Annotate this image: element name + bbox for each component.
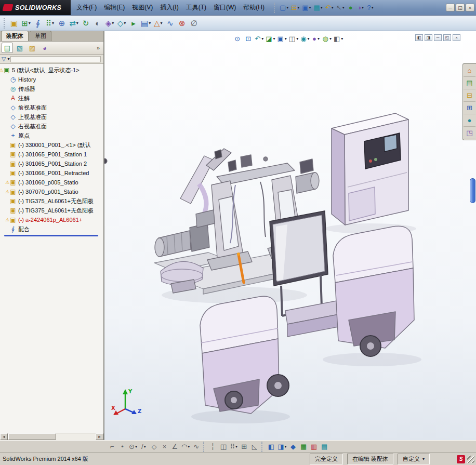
- mirror-entities-button[interactable]: ◫▾: [218, 442, 228, 452]
- help-button[interactable]: ?▾: [366, 3, 375, 13]
- doc-close-button[interactable]: ×: [453, 34, 460, 41]
- spline-button[interactable]: ∿▾: [191, 442, 201, 452]
- zoom-fit-button[interactable]: ⊙▾: [232, 34, 242, 44]
- rebuild-button[interactable]: ●▾: [346, 3, 355, 13]
- tree-component-301066[interactable]: ▣⚠ (-) 301066_P001_Retracted: [1, 168, 103, 178]
- exploded-view-button[interactable]: △▾: [152, 17, 164, 30]
- assembly-3d-view[interactable]: [104, 31, 476, 440]
- propertymanager-tab[interactable]: ▧: [14, 43, 25, 53]
- select-button[interactable]: ↖▾: [335, 3, 346, 13]
- line-button[interactable]: /▾: [139, 442, 149, 452]
- assembly-features-button[interactable]: ◈▾: [104, 17, 115, 30]
- smart-fasteners-button[interactable]: ⊕▾: [56, 17, 68, 30]
- section-view-button[interactable]: ◪▾: [265, 34, 275, 44]
- restore-button[interactable]: ◱: [456, 4, 465, 11]
- tree-front-plane[interactable]: ◇⚠ 前视基准面: [1, 103, 103, 112]
- overflow-chevron-icon[interactable]: »: [95, 45, 102, 51]
- appearances-tab[interactable]: ●: [464, 114, 475, 127]
- resize-grip[interactable]: [467, 456, 474, 463]
- configurationmanager-tab[interactable]: ▨: [27, 43, 38, 53]
- custom-properties-tab[interactable]: ◳: [464, 127, 475, 139]
- reference-geometry-button[interactable]: ◇▾: [116, 17, 127, 30]
- new-motion-study-button[interactable]: ▸▾: [128, 17, 139, 30]
- polygon-button[interactable]: ◇▾: [149, 442, 159, 452]
- scrollbar-thumb[interactable]: [8, 433, 56, 440]
- iso-view-button[interactable]: ◆▾: [288, 442, 298, 452]
- viewport-scrollb​ar-thumb[interactable]: [470, 178, 475, 203]
- tree-origin[interactable]: +⚠ 原点: [1, 131, 103, 140]
- tree-right-plane[interactable]: ◇⚠ 右视基准面: [1, 122, 103, 131]
- previous-view-button[interactable]: ↶▾: [254, 34, 264, 44]
- menu-file[interactable]: 文件(F): [73, 0, 100, 15]
- tree-component-tig375-1[interactable]: ▣⚠ (-) TIG375_AL6061+无色阳极: [1, 196, 103, 206]
- insert-component-button[interactable]: ⊞▾: [20, 17, 32, 30]
- menu-tools[interactable]: 工具(T): [182, 0, 210, 15]
- tree-sensors[interactable]: ◎⚠ 传感器: [1, 84, 103, 94]
- print-button[interactable]: ▤▾: [313, 3, 324, 13]
- shaded-with-edges-button[interactable]: ◧▾: [266, 442, 276, 452]
- display-style-button[interactable]: ◫▾: [288, 34, 299, 44]
- hide-show-items-button[interactable]: ◉▾: [300, 34, 310, 44]
- edit-appearance-button[interactable]: ●▾: [311, 34, 321, 44]
- measure-button[interactable]: ∅▾: [188, 17, 200, 30]
- machine-control-cabinet[interactable]: [332, 113, 408, 225]
- grid-snap-button[interactable]: ⊞▾: [239, 442, 249, 452]
- tree-component-301065-2[interactable]: ▣⚠ (-) 301065_P001_Station 2: [1, 159, 103, 168]
- tree-component-307070[interactable]: ▣⚠ (-) 307070_p001_Statio: [1, 187, 103, 196]
- tree-annotations[interactable]: A⚠ 注解: [1, 94, 103, 103]
- doc-pane-left-button[interactable]: ◧: [415, 34, 423, 41]
- design-library-tab[interactable]: ▤: [464, 77, 475, 89]
- exploded-toggle-button[interactable]: ▦▾: [299, 442, 309, 452]
- solidworks-resources-tab[interactable]: ⌂: [464, 64, 475, 77]
- scrollbar-track[interactable]: [8, 433, 96, 440]
- move-component-button[interactable]: ⇄▾: [68, 17, 80, 30]
- chevron-down-icon[interactable]: ▾: [7, 57, 9, 61]
- menu-insert[interactable]: 插入(I): [156, 0, 182, 15]
- tree-mates[interactable]: ∮⚠ 配合: [1, 224, 103, 234]
- tree-component-330001[interactable]: ▣⚠ (-) 330001_P001_.<1> (默认: [1, 140, 103, 150]
- edit-component-button[interactable]: ▣▾: [8, 17, 20, 30]
- new-document-button[interactable]: ▢▾: [279, 3, 289, 13]
- trim-entities-button[interactable]: ×▾: [160, 442, 169, 452]
- save-button[interactable]: ▣▾: [301, 3, 312, 13]
- open-button[interactable]: ⊟▾: [290, 3, 300, 13]
- angle-dimension-button[interactable]: ∠▾: [170, 442, 180, 452]
- show-hidden-components-button[interactable]: ◐▾: [92, 17, 103, 30]
- bill-of-materials-button[interactable]: ▤▾: [140, 17, 152, 30]
- make-path-button[interactable]: ◺▾: [249, 442, 259, 452]
- zoom-area-button[interactable]: ⊡▾: [243, 34, 253, 44]
- machine-cart-bottom[interactable]: [200, 296, 289, 414]
- tree-component-301060[interactable]: ▣⚠ (-) 301060_p005_Statio: [1, 178, 103, 187]
- tab-sketch[interactable]: 草图: [30, 31, 51, 41]
- doc-pane-right-button[interactable]: ◨: [425, 34, 432, 41]
- featuremanager-tab[interactable]: ▤: [2, 43, 13, 53]
- tree-history[interactable]: ◷⚠ History: [1, 75, 103, 84]
- tree-component-301065-1[interactable]: ▣⚠ (-) 301065_P001_Station 1: [1, 150, 103, 159]
- status-editing[interactable]: 在编辑 装配体▾: [347, 454, 393, 464]
- menu-edit[interactable]: 编辑(E): [100, 0, 128, 15]
- wireframe-button[interactable]: ◨▾: [276, 442, 287, 452]
- status-defined[interactable]: 完全定义▾: [310, 454, 343, 464]
- view-orientation-button[interactable]: ▣▾: [277, 34, 287, 44]
- view-palette-tab[interactable]: ⊞: [464, 102, 475, 114]
- doc-restore-button[interactable]: ◱: [443, 34, 451, 41]
- close-button[interactable]: ×: [466, 4, 474, 11]
- drawing-sheet-button[interactable]: ▥▾: [309, 442, 319, 452]
- file-explorer-tab[interactable]: ⊟: [464, 89, 475, 102]
- menu-window[interactable]: 窗口(W): [210, 0, 240, 15]
- scroll-right-button[interactable]: ►: [96, 433, 103, 440]
- interference-detection-button[interactable]: ⊗▾: [176, 17, 188, 30]
- menu-help[interactable]: 帮助(H): [240, 0, 268, 15]
- rollback-bar[interactable]: [4, 235, 98, 236]
- centerline-button[interactable]: ╎▾: [208, 442, 218, 452]
- undo-button[interactable]: ↶▾: [324, 3, 335, 13]
- tree-component-tig375-2[interactable]: ▣⚠ (-) TIG375_AL6061+无色阳极: [1, 206, 103, 215]
- filter-icon[interactable]: ▽: [2, 56, 6, 62]
- displaymanager-tab[interactable]: ◕: [39, 43, 50, 53]
- tree-component-a2424061p[interactable]: ▣⚠ (-) a-2424061p_AL6061+: [1, 215, 103, 224]
- circle-button[interactable]: ⊙▾: [128, 442, 138, 452]
- rotate-component-button[interactable]: ↻▾: [80, 17, 91, 30]
- minimize-button[interactable]: ─: [446, 4, 455, 11]
- linear-sketch-pattern-button[interactable]: ⠿▾: [229, 442, 239, 452]
- arc-button[interactable]: ◠▾: [180, 442, 191, 452]
